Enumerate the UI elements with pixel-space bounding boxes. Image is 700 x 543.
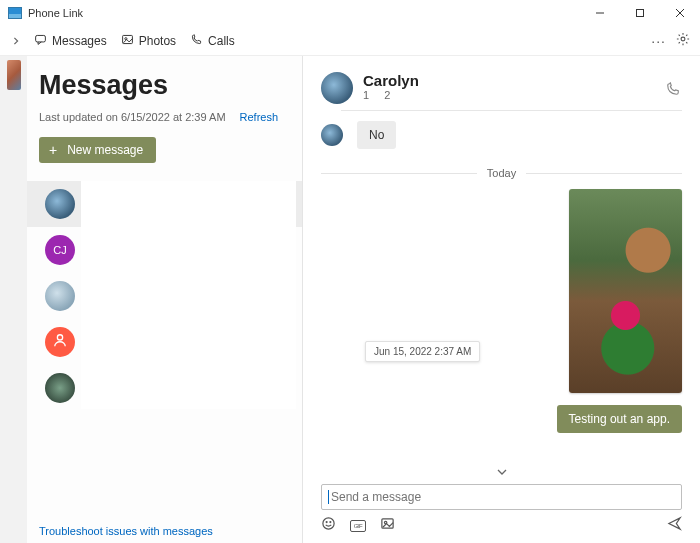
window-maximize-button[interactable] — [620, 0, 660, 26]
image-icon — [380, 517, 395, 534]
svg-point-9 — [323, 518, 334, 529]
gif-icon: GIF — [350, 520, 366, 532]
main: Messages Last updated on 6/15/2022 at 2:… — [0, 56, 700, 543]
chevron-down-icon — [496, 464, 508, 480]
compose-input[interactable] — [331, 490, 675, 504]
send-icon — [667, 517, 682, 534]
svg-rect-4 — [36, 35, 46, 42]
nav-tab-label: Photos — [139, 34, 176, 48]
incoming-message-row: No — [321, 121, 682, 149]
app-icon — [8, 7, 22, 19]
refresh-link[interactable]: Refresh — [240, 111, 279, 123]
device-strip — [0, 56, 27, 543]
gear-icon — [676, 32, 690, 49]
divider-label: Today — [487, 167, 516, 179]
svg-rect-1 — [637, 10, 644, 17]
outgoing-message-bubble[interactable]: Testing out an app. — [557, 405, 682, 433]
date-divider: Today — [321, 167, 682, 179]
avatar — [45, 327, 75, 357]
conversation-list-pane: Messages Last updated on 6/15/2022 at 2:… — [27, 56, 303, 543]
plus-icon: + — [49, 142, 57, 158]
titlebar: Phone Link — [0, 0, 700, 26]
device-thumbnail[interactable] — [7, 60, 21, 90]
contact-phone: 1 2 — [363, 89, 419, 101]
incoming-message-bubble[interactable]: No — [357, 121, 396, 149]
avatar-initials: CJ — [53, 244, 66, 256]
window-minimize-button[interactable] — [580, 0, 620, 26]
top-nav: Messages Photos Calls ··· — [0, 26, 700, 56]
conversation-pane: Carolyn 1 2 No Today Jun 15, — [303, 56, 700, 543]
nav-tab-label: Calls — [208, 34, 235, 48]
avatar — [321, 124, 343, 146]
send-button[interactable] — [667, 516, 682, 535]
scroll-to-latest-button[interactable] — [303, 464, 700, 480]
conversation-header: Carolyn 1 2 — [303, 56, 700, 110]
compose-toolbar: GIF — [303, 516, 700, 543]
svg-point-10 — [326, 522, 327, 523]
text-caret — [328, 490, 329, 504]
settings-button[interactable] — [676, 32, 690, 50]
avatar — [45, 189, 75, 219]
page-title: Messages — [39, 70, 290, 101]
nav-tab-calls[interactable]: Calls — [190, 33, 235, 49]
phone-icon — [666, 82, 680, 99]
person-icon — [53, 333, 67, 351]
compose-input-wrapper[interactable] — [321, 484, 682, 510]
emoji-button[interactable] — [321, 516, 336, 535]
messages-icon — [34, 33, 47, 49]
divider-line — [526, 173, 682, 174]
photos-icon — [121, 33, 134, 49]
image-button[interactable] — [380, 516, 395, 535]
avatar: CJ — [45, 235, 75, 265]
nav-tab-label: Messages — [52, 34, 107, 48]
new-message-button[interactable]: + New message — [39, 137, 156, 163]
conversation-body[interactable]: No Today Jun 15, 2022 2:37 AM Testing ou… — [303, 111, 700, 458]
last-updated-text: Last updated on 6/15/2022 at 2:39 AM — [39, 111, 226, 123]
emoji-icon — [321, 517, 336, 534]
app-title: Phone Link — [28, 7, 83, 19]
more-icon[interactable]: ··· — [651, 33, 666, 49]
nav-back-button[interactable] — [6, 36, 26, 46]
contact-name: Carolyn — [363, 72, 419, 89]
thread-list: CJ — [39, 181, 290, 537]
troubleshoot-link[interactable]: Troubleshoot issues with messages — [39, 525, 213, 537]
new-message-label: New message — [67, 143, 143, 157]
svg-point-7 — [681, 37, 685, 41]
message-timestamp-tooltip: Jun 15, 2022 2:37 AM — [365, 341, 480, 362]
gif-button[interactable]: GIF — [350, 520, 366, 532]
window-close-button[interactable] — [660, 0, 700, 26]
call-button[interactable] — [666, 82, 680, 100]
thread-preview-placeholder — [81, 181, 296, 409]
avatar — [45, 281, 75, 311]
nav-tab-messages[interactable]: Messages — [34, 33, 107, 49]
avatar — [45, 373, 75, 403]
outgoing-image-message[interactable] — [569, 189, 682, 393]
contact-avatar[interactable] — [321, 72, 353, 104]
nav-tab-photos[interactable]: Photos — [121, 33, 176, 49]
divider-line — [321, 173, 477, 174]
calls-icon — [190, 33, 203, 49]
svg-point-11 — [330, 522, 331, 523]
svg-point-8 — [57, 335, 62, 340]
